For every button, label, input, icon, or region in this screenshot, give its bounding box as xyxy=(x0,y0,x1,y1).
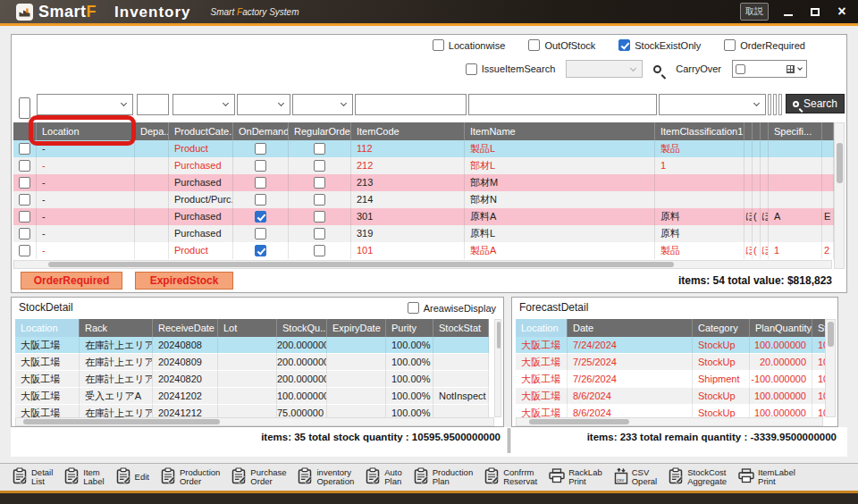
regularorder-checkbox[interactable] xyxy=(314,245,325,256)
row-checkbox[interactable] xyxy=(19,160,30,172)
stockexistonly-checkbox[interactable] xyxy=(618,39,630,51)
areawise-checkbox[interactable] xyxy=(408,302,419,314)
ondemand-checkbox[interactable] xyxy=(255,211,266,223)
toolbar-button[interactable]: Edit xyxy=(116,467,149,488)
forecast-row[interactable]: 大阪工場 7/25/2024 StockUp 20.000000 10, xyxy=(516,354,830,371)
col-narrow-1[interactable] xyxy=(744,122,753,140)
table-row[interactable]: - Product 112 製品L 製品 xyxy=(13,140,834,157)
col-planquantity[interactable]: PlanQuantity xyxy=(750,319,812,337)
col-itemname[interactable]: ItemName xyxy=(465,122,655,140)
issueitemsearch-option[interactable]: IssueItemSearch xyxy=(466,63,556,75)
toolbar-button[interactable]: csv CSVOperal xyxy=(614,467,658,488)
stock-row[interactable]: 大阪工場 受入エリアA 20241202 100.000000 100.00% … xyxy=(15,388,489,405)
toolbar-button[interactable]: inventoryOperation xyxy=(298,467,354,488)
location-filter-combo[interactable] xyxy=(37,94,133,115)
outofstock-option[interactable]: OutOfStock xyxy=(528,39,595,51)
stock-horizontal-scrollbar[interactable] xyxy=(15,417,494,426)
ondemand-filter-combo[interactable] xyxy=(237,94,290,115)
order-required-button[interactable]: OrderRequired xyxy=(21,272,122,290)
search-button[interactable]: Search xyxy=(786,94,845,113)
stock-row[interactable]: 大阪工場 在庫計上エリアC 20240809 200.000000 100.00… xyxy=(15,354,489,371)
forecast-vertical-scrollbar[interactable] xyxy=(825,319,836,417)
ondemand-checkbox[interactable] xyxy=(255,245,266,256)
regularorder-checkbox[interactable] xyxy=(314,211,325,223)
manual-button[interactable]: 取説 xyxy=(740,3,769,21)
stockexistonly-option[interactable]: StockExistOnly xyxy=(618,39,701,51)
toolbar-button[interactable]: ConfrrmReservat xyxy=(484,467,537,488)
col-stockquantity[interactable]: StockQu... xyxy=(277,319,327,337)
stock-hscroll-thumb[interactable] xyxy=(23,419,220,424)
forecast-hscroll-thumb[interactable] xyxy=(529,419,629,424)
col-itemcode[interactable]: ItemCode xyxy=(351,122,465,140)
forecast-row[interactable]: 大阪工場 7/26/2024 Shipment -100.000000 10, xyxy=(516,371,830,388)
forecast-horizontal-scrollbar[interactable] xyxy=(516,417,823,426)
toolbar-button[interactable]: DetailList xyxy=(13,467,53,488)
forecast-row[interactable]: 大阪工場 8/6/2024 StockUp 100.000000 10 xyxy=(516,405,830,417)
narrow-filter-3[interactable] xyxy=(778,94,782,115)
row-checkbox[interactable] xyxy=(19,228,30,239)
toolbar-button[interactable]: PurchaseOrder xyxy=(231,467,286,488)
forecast-row[interactable]: 大阪工場 8/6/2024 StockUp 100.000000 10, xyxy=(516,388,830,405)
stock-row[interactable]: 大阪工場 在庫計上エリアC 20240820 200.000000 100.00… xyxy=(15,371,489,388)
itemclassification-filter-combo[interactable] xyxy=(659,94,766,115)
toolbar-button[interactable]: StockCostAggregate xyxy=(669,467,727,488)
expired-stock-button[interactable]: ExpiredStock xyxy=(135,272,233,290)
ondemand-checkbox[interactable] xyxy=(255,143,266,155)
table-row[interactable]: - Purchased 301 原料A 原料 ほ ( ほほ A E xyxy=(13,208,834,225)
carryover-checkbox[interactable] xyxy=(736,64,745,74)
stock-row[interactable]: 大阪工場 在庫計上エリアC 20241212 75.000000 100.00% xyxy=(15,405,489,417)
productcategory-filter-combo[interactable] xyxy=(172,94,235,115)
table-row[interactable]: - Product/Purc... 214 部材N xyxy=(13,191,834,208)
stock-vscroll-thumb[interactable] xyxy=(497,322,500,349)
table-row[interactable]: - Purchased 212 部材L 1 xyxy=(13,157,834,174)
col-lot[interactable]: Lot xyxy=(218,319,277,337)
row-checkbox[interactable] xyxy=(19,143,30,155)
table-row[interactable]: - Purchased 319 原料L 原料 xyxy=(13,225,834,242)
main-vscroll-thumb[interactable] xyxy=(837,143,843,183)
col-expirydate[interactable]: ExpiryDate xyxy=(327,319,386,337)
department-filter-input[interactable] xyxy=(137,94,169,115)
orderrequired-checkbox[interactable] xyxy=(724,39,736,51)
select-all-checkbox[interactable] xyxy=(19,97,30,119)
ondemand-checkbox[interactable] xyxy=(255,160,266,172)
col-department[interactable]: Depa... xyxy=(135,122,169,140)
col-itemclassification1[interactable]: ItemClassification1 xyxy=(655,122,744,140)
table-row[interactable]: - Purchased 213 部材M xyxy=(13,174,834,191)
toolbar-button[interactable]: ItemLabelPrint xyxy=(738,468,795,487)
col-location[interactable]: Location xyxy=(37,122,135,140)
col-purity[interactable]: Purity xyxy=(386,319,433,337)
col-narrow-2[interactable] xyxy=(753,122,761,140)
issueitemsearch-checkbox[interactable] xyxy=(466,63,477,75)
regularorder-checkbox[interactable] xyxy=(314,160,325,172)
col-rack[interactable]: Rack xyxy=(80,319,153,337)
row-checkbox[interactable] xyxy=(19,194,30,206)
toolbar-button[interactable]: ItemLabel xyxy=(64,467,104,488)
forecast-row[interactable]: 大阪工場 7/24/2024 StockUp 100.000000 10, xyxy=(516,337,830,354)
ondemand-checkbox[interactable] xyxy=(255,177,266,189)
row-checkbox[interactable] xyxy=(19,245,30,256)
narrow-filter-2[interactable] xyxy=(773,94,777,115)
col-stock-location[interactable]: Location xyxy=(15,319,80,337)
toolbar-button[interactable]: RackLabPrint xyxy=(549,468,602,487)
ondemand-checkbox[interactable] xyxy=(255,228,266,239)
toolbar-button[interactable]: AutoPlan xyxy=(366,467,402,488)
itemname-filter-input[interactable] xyxy=(468,94,657,115)
toolbar-button[interactable]: ProductionOrder xyxy=(161,467,220,488)
locationwise-option[interactable]: Locationwise xyxy=(433,39,506,51)
itemcode-filter-input[interactable] xyxy=(355,94,467,115)
narrow-filter-1[interactable] xyxy=(768,94,771,115)
stock-row[interactable]: 大阪工場 在庫計上エリアC 20240808 200.000000 100.00… xyxy=(15,337,489,354)
col-narrow-3[interactable] xyxy=(761,122,769,140)
close-button[interactable]: × xyxy=(835,4,849,19)
row-checkbox[interactable] xyxy=(19,211,30,223)
main-hscroll-thumb[interactable] xyxy=(48,262,674,267)
maximize-button[interactable] xyxy=(808,4,822,19)
col-specification[interactable]: Specifi... xyxy=(769,122,822,140)
row-checkbox[interactable] xyxy=(19,177,30,189)
stock-vertical-scrollbar[interactable] xyxy=(494,319,501,417)
col-category[interactable]: Category xyxy=(693,319,750,337)
col-select[interactable] xyxy=(13,122,37,140)
col-stockstatus[interactable]: StockStat xyxy=(433,319,489,337)
forecast-vscroll-thumb[interactable] xyxy=(828,322,834,347)
col-productcategory[interactable]: ProductCate... xyxy=(169,122,233,140)
